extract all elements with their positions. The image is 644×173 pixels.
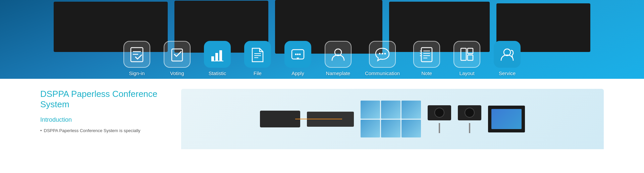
service-icon-box xyxy=(494,41,521,68)
sign-in-icon xyxy=(129,46,145,62)
camera-2-body xyxy=(458,105,481,120)
apply-icon xyxy=(290,46,306,62)
svg-rect-6 xyxy=(219,50,222,61)
icon-item-statistic[interactable]: Statistic xyxy=(204,41,231,76)
layout-label: Layout xyxy=(460,70,475,76)
voting-icon-box xyxy=(164,41,191,68)
small-monitor-item xyxy=(488,106,525,132)
icon-item-layout[interactable]: Layout xyxy=(453,41,480,76)
intro-text-content: DSPPA Paperless Conference System is spe… xyxy=(44,127,141,134)
icon-item-apply[interactable]: Apply xyxy=(284,41,311,76)
nameplate-icon xyxy=(330,46,346,62)
svg-point-13 xyxy=(297,54,299,55)
monitor-cell-5 xyxy=(381,120,400,138)
svg-rect-28 xyxy=(468,48,473,54)
svg-rect-19 xyxy=(421,48,432,62)
voting-icon xyxy=(169,46,185,62)
camera-1-lens xyxy=(434,108,444,118)
small-screen xyxy=(491,109,522,129)
banner-section: Sign-in Voting Statistic xyxy=(0,0,644,79)
note-icon-box xyxy=(413,41,440,68)
monitor-cell-1 xyxy=(361,101,380,119)
svg-point-14 xyxy=(299,54,301,55)
apply-icon-box xyxy=(284,41,311,68)
sign-in-icon-box xyxy=(123,41,150,68)
icon-item-service[interactable]: Service xyxy=(494,41,521,76)
connector-line xyxy=(295,119,342,119)
sign-in-label: Sign-in xyxy=(129,70,145,76)
service-label: Service xyxy=(499,70,516,76)
communication-icon-box xyxy=(369,41,396,68)
icon-item-communication[interactable]: Communication xyxy=(365,41,400,76)
monitor-cell-3 xyxy=(401,101,421,119)
svg-rect-4 xyxy=(211,56,214,61)
icon-item-note[interactable]: Note xyxy=(413,41,440,76)
svg-point-17 xyxy=(382,53,383,55)
layout-icon-box xyxy=(453,41,480,68)
svg-rect-29 xyxy=(468,55,473,60)
camera-2-lens xyxy=(465,108,475,118)
svg-point-12 xyxy=(295,54,297,55)
icon-item-nameplate[interactable]: Nameplate xyxy=(325,41,352,76)
small-monitor xyxy=(488,106,525,132)
monitor-cell-2 xyxy=(381,101,400,119)
camera-1-body xyxy=(428,105,451,120)
intro-heading: Introduction xyxy=(40,116,168,123)
apply-label: Apply xyxy=(291,70,304,76)
rack-unit-1-item xyxy=(260,111,300,127)
file-icon xyxy=(250,46,266,62)
svg-point-18 xyxy=(384,53,386,55)
intro-text-row: • DSPPA Paperless Conference System is s… xyxy=(40,127,168,134)
svg-point-16 xyxy=(379,53,381,55)
layout-icon xyxy=(459,46,475,62)
bullet-point: • xyxy=(40,127,42,134)
product-image-panel xyxy=(181,89,604,149)
monitor-wall xyxy=(361,101,421,137)
icon-item-sign-in[interactable]: Sign-in xyxy=(123,41,150,76)
monitor-cell-6 xyxy=(401,120,421,138)
statistic-icon-box xyxy=(204,41,231,68)
statistic-label: Statistic xyxy=(209,70,226,76)
voting-label: Voting xyxy=(170,70,184,76)
monitor-wall-item xyxy=(361,101,421,137)
nameplate-label: Nameplate xyxy=(326,70,351,76)
icon-item-voting[interactable]: Voting xyxy=(164,41,191,76)
note-icon xyxy=(419,46,435,62)
statistic-icon xyxy=(209,46,225,62)
service-icon xyxy=(499,46,515,62)
camera-2-stand xyxy=(469,123,470,133)
rack-unit-1 xyxy=(260,111,300,127)
file-icon-box xyxy=(244,41,271,68)
file-label: File xyxy=(254,70,262,76)
communication-label: Communication xyxy=(365,70,400,76)
icon-item-file[interactable]: File xyxy=(244,41,271,76)
monitor-cell-4 xyxy=(361,120,380,138)
left-content: DSPPA Paperless Conference System Introd… xyxy=(40,89,181,149)
note-label: Note xyxy=(421,70,432,76)
bottom-section: DSPPA Paperless Conference System Introd… xyxy=(0,79,644,149)
svg-point-31 xyxy=(512,56,513,58)
camera-1-stand xyxy=(439,123,440,133)
icons-row: Sign-in Voting Statistic xyxy=(123,41,521,76)
section-title: DSPPA Paperless Conference System xyxy=(40,89,168,110)
camera-1-item xyxy=(428,105,451,133)
camera-2-item xyxy=(458,105,481,133)
communication-icon xyxy=(374,46,390,62)
nameplate-icon-box xyxy=(325,41,352,68)
svg-rect-27 xyxy=(461,48,466,60)
svg-rect-5 xyxy=(215,53,218,61)
